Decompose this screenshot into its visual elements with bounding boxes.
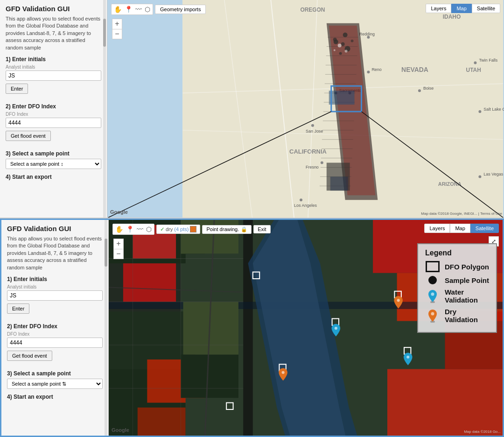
checkmark-icon: ✓	[160, 226, 164, 233]
sample-select-bottom[interactable]: Select a sample point ⇅	[7, 379, 103, 389]
google-logo-bottom: Google	[112, 427, 129, 433]
map-toolbar-bottom: ✋ 📍 〰 ⬡ ✓ dry (4 pts) Point drawing. 🔒 E…	[112, 224, 271, 235]
svg-point-56	[341, 42, 345, 46]
svg-point-21	[321, 162, 323, 164]
dry-validation-icon	[425, 309, 440, 323]
map-bottom[interactable]: ✋ 📍 〰 ⬡ ✓ dry (4 pts) Point drawing. 🔒 E…	[109, 220, 503, 436]
sample-point-label: Sample Point	[445, 276, 489, 284]
map-button-bottom[interactable]: Map	[450, 224, 470, 233]
svg-point-110	[397, 299, 400, 302]
svg-text:Los Angeles: Los Angeles	[294, 203, 317, 208]
svg-point-31	[478, 175, 481, 178]
map-top[interactable]: ✋ 📍 〰 ⬡ Geometry imports + − Layers Map …	[107, 0, 504, 218]
dry-validation-label: DryValidation	[445, 308, 478, 324]
svg-rect-91	[181, 355, 238, 398]
marker-icon-bottom[interactable]: 📍	[126, 226, 134, 233]
sample-select-top[interactable]: Select a sample point ↕	[6, 159, 101, 169]
scrollbar[interactable]	[103, 0, 106, 218]
top-map-svg: NEVADA CALIFORNIA UTAH IDAHO OREGON ARIZ…	[107, 0, 504, 218]
dfo-label-top: DFO Index	[6, 112, 101, 117]
google-logo-top: Google	[110, 209, 128, 215]
section4-label-bottom: 4) Start an export	[7, 394, 103, 400]
svg-point-23	[300, 198, 302, 201]
zoom-in-top[interactable]: +	[112, 19, 122, 29]
get-flood-button-top[interactable]: Get flood event	[6, 131, 51, 141]
section-sample-bottom: 3) Select a sample point Select a sample…	[7, 370, 103, 389]
map-button-top[interactable]: Map	[451, 4, 471, 13]
section-initials-bottom: 1) Enter initials Analyst initials Enter	[7, 276, 103, 318]
sample-point-icon	[425, 276, 440, 284]
line-icon[interactable]: 〰	[135, 6, 142, 13]
section-sample-top: 3) Select a sample point Select a sample…	[6, 150, 101, 169]
line-icon-bottom[interactable]: 〰	[137, 226, 143, 233]
svg-text:Boise: Boise	[423, 86, 434, 91]
layer-name: dry	[166, 226, 173, 232]
get-flood-button-bottom[interactable]: Get flood event	[7, 351, 52, 361]
svg-rect-82	[387, 369, 503, 436]
svg-text:Las Vegas: Las Vegas	[483, 172, 503, 176]
zoom-out-bottom[interactable]: −	[113, 249, 124, 259]
analyst-input-bottom[interactable]	[7, 290, 103, 301]
exit-button[interactable]: Exit	[253, 225, 270, 233]
dfo-input-bottom[interactable]	[7, 338, 103, 348]
svg-point-60	[343, 33, 348, 37]
section3-label-bottom: 3) Select a sample point	[7, 370, 103, 377]
map-attribution-bottom: Map data ©2018 Go...	[464, 430, 501, 434]
layer-tag: ✓ dry (4 pts)	[156, 225, 200, 234]
water-validation-icon	[425, 289, 440, 303]
analyst-input-top[interactable]	[6, 70, 101, 81]
svg-point-114	[406, 356, 409, 359]
tool-icons-top: ✋ 📍 〰 ⬡	[111, 4, 153, 15]
svg-point-63	[345, 50, 348, 53]
geometry-imports-button-top[interactable]: Geometry imports	[155, 5, 206, 14]
map-toolbar-top: ✋ 📍 〰 ⬡ Geometry imports	[111, 4, 206, 15]
legend-box: Legend DFO Polygon Sample Point	[417, 243, 497, 333]
svg-rect-84	[243, 220, 253, 436]
top-panel: GFD Validation GUI This app allows you t…	[0, 0, 504, 218]
section-export-top: 4) Start an export	[6, 174, 101, 180]
svg-text:OREGON: OREGON	[300, 7, 325, 13]
zoom-out-top[interactable]: −	[112, 29, 122, 39]
svg-text:Salt Lake City: Salt Lake City	[483, 107, 504, 112]
svg-point-19	[311, 124, 314, 127]
sidebar-top: GFD Validation GUI This app allows you t…	[0, 0, 107, 218]
dry-pin-shape	[427, 309, 438, 323]
enter-button-bottom[interactable]: Enter	[7, 303, 29, 314]
zoom-in-bottom[interactable]: +	[113, 239, 124, 249]
scrollbar-bottom[interactable]	[105, 220, 107, 436]
map-attribution-top: Map data ©2018 Google, INEGI... | Terms …	[421, 211, 502, 216]
section3-label-top: 3) Select a sample point	[6, 150, 101, 157]
point-drawing-button[interactable]: Point drawing. 🔒	[202, 225, 252, 234]
section-dfo-top: 2) Enter DFO Index DFO Index Get flood e…	[6, 103, 101, 146]
dfo-input-top[interactable]	[6, 118, 101, 128]
polygon-icon[interactable]: ⬡	[145, 6, 150, 13]
svg-point-25	[418, 89, 421, 92]
layers-button-bottom[interactable]: Layers	[424, 224, 450, 233]
polygon-icon-bottom[interactable]: ⬡	[146, 226, 152, 233]
app-title-top: GFD Validation GUI	[6, 5, 101, 13]
zoom-controls-top: + −	[112, 19, 122, 39]
layers-button-top[interactable]: Layers	[426, 4, 451, 13]
zoom-controls-bottom: + −	[113, 239, 124, 259]
satellite-button-top[interactable]: Satellite	[472, 4, 500, 13]
legend-title: Legend	[425, 249, 489, 257]
enter-button-top[interactable]: Enter	[6, 84, 28, 94]
section1-label-bottom: 1) Enter initials	[7, 276, 103, 282]
scroll-thumb-bottom	[105, 239, 107, 267]
svg-point-62	[338, 44, 342, 48]
svg-text:IDAHO: IDAHO	[443, 14, 461, 20]
scroll-thumb	[103, 19, 106, 47]
legend-sample-point: Sample Point	[425, 276, 489, 284]
satellite-button-bottom[interactable]: Satellite	[470, 224, 499, 233]
app-description-bottom: This app allows you to select flood even…	[7, 235, 103, 271]
svg-text:San Jose: San Jose	[306, 129, 323, 134]
marker-icon[interactable]: 📍	[125, 6, 133, 13]
svg-point-108	[282, 371, 285, 374]
hand-icon[interactable]: ✋	[114, 6, 122, 13]
water-pin-shape	[427, 289, 438, 303]
hand-icon-bottom[interactable]: ✋	[115, 226, 123, 233]
sidebar-bottom: GFD Validation GUI This app allows you t…	[1, 220, 109, 436]
layer-color-box	[190, 226, 196, 233]
svg-point-118	[431, 312, 434, 316]
legend-dry-validation: DryValidation	[425, 308, 489, 324]
